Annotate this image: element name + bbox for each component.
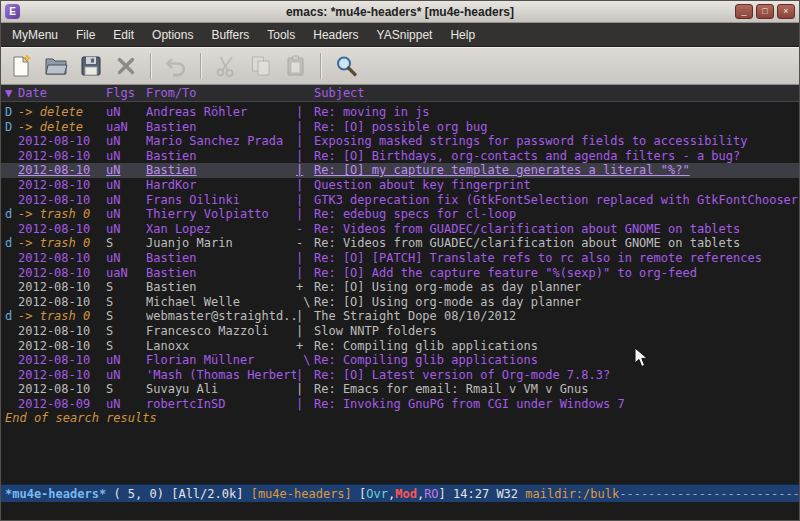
close-buffer-icon[interactable] (111, 51, 141, 81)
message-sep: | (296, 397, 314, 412)
message-row[interactable]: 2012-08-10SLanoxx+Re: Compiling glib app… (1, 339, 799, 354)
message-flags: S (106, 236, 146, 251)
message-row[interactable]: 2012-08-10uNFlorian Müllner \Re: Compili… (1, 353, 799, 368)
message-row[interactable]: D-> deleteuNAndreas Röhler|Re: moving in… (1, 105, 799, 120)
modeline-segment-orange: maildir:/bulk (525, 487, 619, 501)
message-row[interactable]: 2012-08-10uNBastien|Re: [O] my capture t… (1, 163, 799, 178)
message-flags: uaN (106, 120, 146, 135)
menu-yasnippet[interactable]: YASnippet (368, 25, 442, 45)
message-from: Bastien (146, 120, 296, 135)
message-date: -> delete (18, 120, 106, 135)
message-flags: S (106, 339, 146, 354)
message-prefix (5, 163, 18, 178)
paste-icon[interactable] (281, 51, 311, 81)
message-sep: | (296, 207, 314, 222)
column-header-flags[interactable]: Flgs (106, 86, 146, 100)
header-line: ▼ Date Flgs From/To Subject (1, 85, 799, 102)
message-subject: Re: [O] possible org bug (314, 120, 799, 135)
message-flags: uN (106, 207, 146, 222)
column-header-date[interactable]: Date (18, 86, 106, 100)
message-from: Juanjo Marin (146, 236, 296, 251)
message-sep: + (296, 280, 314, 295)
message-row[interactable]: d-> trash 0SJuanjo Marin-Re: Videos from… (1, 236, 799, 251)
message-from: Bastien (146, 266, 296, 281)
message-row[interactable]: 2012-08-10SBastien+Re: [O] Using org-mod… (1, 280, 799, 295)
message-row[interactable]: 2012-08-10uN'Mash (Thomas Herbert)|Re: [… (1, 368, 799, 383)
message-row[interactable]: 2012-08-10uNBastien|Re: [O] [PATCH] Tran… (1, 251, 799, 266)
new-file-icon[interactable] (6, 51, 36, 81)
message-row[interactable]: 2012-08-10uaNBastien|Re: [O] Add the cap… (1, 266, 799, 281)
column-header-from[interactable]: From/To (146, 86, 296, 100)
cut-icon[interactable] (211, 51, 241, 81)
message-flags: uN (106, 193, 146, 208)
menu-file[interactable]: File (67, 25, 104, 45)
menu-edit[interactable]: Edit (104, 25, 143, 45)
menu-mymenu[interactable]: MyMenu (3, 25, 67, 45)
message-sep: \ (296, 353, 314, 368)
minimize-button[interactable]: _ (735, 4, 753, 19)
message-row[interactable]: 2012-08-10uNFrans Oilinki|GTK3 deprecati… (1, 193, 799, 208)
modeline-segment-plain: 14:27 (453, 487, 496, 501)
message-prefix (5, 266, 18, 281)
message-date: 2012-08-10 (18, 324, 106, 339)
message-from: Francesco Mazzoli (146, 324, 296, 339)
message-sep: | (296, 266, 314, 281)
message-subject: Re: Videos from GUADEC/clarification abo… (314, 222, 799, 237)
message-date: 2012-08-10 (18, 178, 106, 193)
open-file-icon[interactable] (41, 51, 71, 81)
message-row[interactable]: 2012-08-10uNMario Sanchez Prada|Exposing… (1, 134, 799, 149)
message-date: 2012-08-10 (18, 163, 106, 178)
message-row[interactable]: 2012-08-09uNrobertcInSD|Re: Invoking Gnu… (1, 397, 799, 412)
message-subject: GTK3 deprecation fix (GtkFontSelection r… (314, 193, 799, 208)
message-subject: Re: [O] Birthdays, org-contacts and agen… (314, 149, 799, 164)
message-prefix: D (5, 120, 18, 135)
message-sep: | (296, 163, 314, 178)
save-icon[interactable] (76, 51, 106, 81)
message-row[interactable]: 2012-08-10SMichael Welle \Re: [O] Using … (1, 295, 799, 310)
message-prefix (5, 251, 18, 266)
copy-icon[interactable] (246, 51, 276, 81)
modeline-segment-plain: ] (439, 487, 453, 501)
message-flags: uN (106, 178, 146, 193)
maximize-button[interactable]: □ (756, 4, 774, 19)
message-row[interactable]: d-> trash 0Swebmaster@straightd...|The S… (1, 309, 799, 324)
close-button[interactable]: × (777, 4, 795, 19)
message-subject: Re: [O] Using org-mode as day planner (314, 280, 799, 295)
message-prefix (5, 382, 18, 397)
message-subject: Re: Videos from GUADEC/clarification abo… (314, 236, 799, 251)
message-flags: uN (106, 353, 146, 368)
search-icon[interactable] (331, 51, 361, 81)
undo-icon[interactable] (161, 51, 191, 81)
message-flags: S (106, 309, 146, 324)
menu-tools[interactable]: Tools (258, 25, 304, 45)
message-from: Andreas Röhler (146, 105, 296, 120)
message-row[interactable]: 2012-08-10SSuvayu Ali|Re: Emacs for emai… (1, 382, 799, 397)
message-date: -> delete (18, 105, 106, 120)
modeline-segment-red: Mod (395, 487, 417, 501)
message-row[interactable]: d-> trash 0uNThierry Volpiatto|Re: edebu… (1, 207, 799, 222)
message-prefix (5, 222, 18, 237)
minibuffer[interactable] (1, 502, 799, 520)
message-prefix: d (5, 309, 18, 324)
mode-line: *mu4e-headers* ( 5, 0) [All/2.0k] [mu4e-… (1, 484, 799, 502)
message-sep: | (296, 251, 314, 266)
menu-headers[interactable]: Headers (304, 25, 367, 45)
message-subject: Re: edebug specs for cl-loop (314, 207, 799, 222)
message-row[interactable]: D-> deleteuaNBastien|Re: [O] possible or… (1, 120, 799, 135)
message-sep: | (296, 324, 314, 339)
message-row[interactable]: 2012-08-10uNHardKor|Question about key f… (1, 178, 799, 193)
sort-direction-icon[interactable]: ▼ (5, 86, 18, 100)
message-sep: - (296, 236, 314, 251)
message-flags: uaN (106, 266, 146, 281)
message-row[interactable]: 2012-08-10uNBastien|Re: [O] Birthdays, o… (1, 149, 799, 164)
modeline-segment-buffer: *mu4e-headers* (5, 487, 106, 501)
menu-buffers[interactable]: Buffers (202, 25, 258, 45)
menu-help[interactable]: Help (441, 25, 484, 45)
message-row[interactable]: 2012-08-10SFrancesco Mazzoli|Slow NNTP f… (1, 324, 799, 339)
message-subject: Re: Invoking GnuPG from CGI under Window… (314, 397, 799, 412)
column-header-subject[interactable]: Subject (314, 86, 365, 100)
message-prefix (5, 178, 18, 193)
message-date: 2012-08-10 (18, 353, 106, 368)
menu-options[interactable]: Options (143, 25, 202, 45)
message-row[interactable]: 2012-08-10uNXan Lopez-Re: Videos from GU… (1, 222, 799, 237)
